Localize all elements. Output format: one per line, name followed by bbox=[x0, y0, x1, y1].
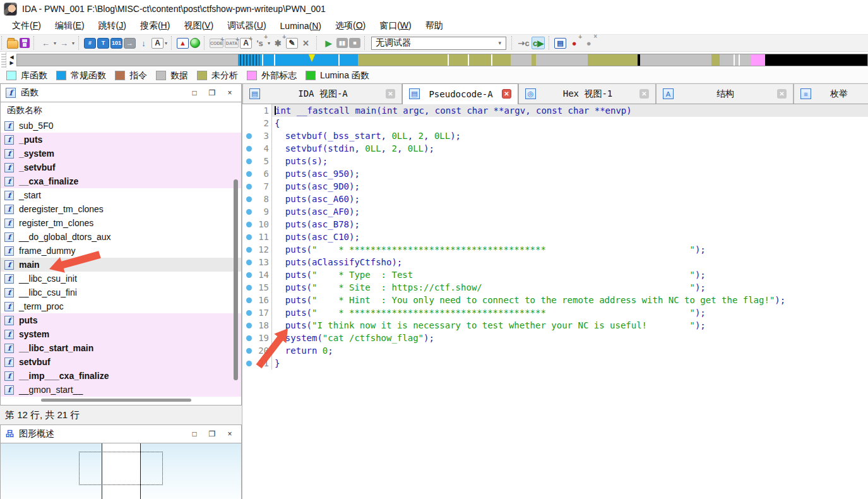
tab-close-icon[interactable]: ✕ bbox=[502, 89, 511, 99]
maximize-icon[interactable]: □ bbox=[188, 88, 201, 97]
function-row-frame_dummy[interactable]: fframe_dummy bbox=[1, 244, 241, 258]
function-row-main[interactable]: fmain bbox=[1, 258, 241, 272]
code-line-17[interactable]: 17 puts(" * ****************************… bbox=[242, 306, 868, 319]
function-row-setvbuf[interactable]: fsetvbuf bbox=[1, 355, 241, 369]
tab-close-icon[interactable]: ✕ bbox=[639, 89, 649, 99]
breakpoint-dot-icon[interactable] bbox=[242, 180, 255, 193]
code-line-8[interactable]: 8 puts(asc_A60); bbox=[242, 193, 868, 205]
code-line-19[interactable]: 19 system("cat /ctfshow_flag"); bbox=[242, 332, 868, 344]
attach-process-icon[interactable]: ⇢c bbox=[517, 37, 530, 49]
navigation-band[interactable] bbox=[16, 54, 868, 66]
function-row-_puts[interactable]: f_puts bbox=[1, 133, 241, 147]
function-row-puts[interactable]: fputs bbox=[1, 313, 241, 327]
make-code-icon[interactable]: CODE+ bbox=[210, 39, 223, 48]
graph-overview-canvas[interactable] bbox=[0, 443, 242, 499]
drag-handle[interactable] bbox=[1, 52, 6, 68]
menu-item-3[interactable]: 搜索(H) bbox=[133, 18, 177, 33]
breakpoint-dot-icon[interactable] bbox=[242, 155, 255, 167]
code-line-7[interactable]: 7 puts(asc_9D0); bbox=[242, 180, 868, 193]
code-line-14[interactable]: 14 puts(" * Type : Test "); bbox=[242, 268, 868, 281]
function-row-_term_proc[interactable]: f_term_proc bbox=[1, 299, 241, 313]
menu-item-8[interactable]: 窗口(W) bbox=[372, 18, 419, 33]
functions-column-header[interactable]: 函数名称 bbox=[1, 102, 241, 119]
breakpoint-dot-icon[interactable] bbox=[242, 129, 255, 142]
function-row-__do_global_dtors_aux[interactable]: f__do_global_dtors_aux bbox=[1, 230, 241, 244]
code-line-1[interactable]: 1int __fastcall main(int argc, const cha… bbox=[242, 104, 868, 117]
rename-icon[interactable]: A bbox=[152, 38, 163, 49]
make-string-icon[interactable]: A+ bbox=[240, 38, 252, 49]
nav-forward-icon[interactable]: → bbox=[57, 37, 71, 49]
code-line-2[interactable]: 2{ bbox=[242, 117, 868, 129]
make-array-icon[interactable]: ✱+ bbox=[271, 37, 285, 49]
function-row-__cxa_finalize[interactable]: f__cxa_finalize bbox=[1, 174, 241, 188]
function-row-deregister_tm_clones[interactable]: fderegister_tm_clones bbox=[1, 202, 241, 216]
open-file-icon[interactable] bbox=[7, 40, 18, 49]
code-line-12[interactable]: 12 puts(" * ****************************… bbox=[242, 243, 868, 256]
function-row-__libc_csu_fini[interactable]: f__libc_csu_fini bbox=[1, 286, 241, 299]
debug-start-icon[interactable]: ▶ bbox=[322, 37, 335, 49]
code-line-18[interactable]: 18 puts("I think now it is necessary to … bbox=[242, 319, 868, 332]
debugger-windows-icon[interactable]: ▤ bbox=[554, 38, 566, 49]
function-row-_setvbuf[interactable]: f_setvbuf bbox=[1, 160, 241, 174]
menu-item-5[interactable]: 调试器(U) bbox=[220, 18, 273, 33]
chevron-down-icon[interactable]: ▾ bbox=[268, 40, 270, 46]
menu-item-1[interactable]: 编辑(E) bbox=[48, 18, 92, 33]
breakpoint-dot-icon[interactable] bbox=[242, 167, 255, 180]
undefine-icon[interactable]: ✕ bbox=[299, 37, 312, 49]
chevron-down-icon[interactable]: ▾ bbox=[54, 40, 56, 46]
function-row-_system[interactable]: f_system bbox=[1, 147, 241, 160]
function-row-__libc_start_main[interactable]: f__libc_start_main bbox=[1, 341, 241, 355]
menu-item-0[interactable]: 文件(F) bbox=[5, 18, 48, 33]
breakpoint-delete-icon[interactable]: ●× bbox=[582, 37, 595, 49]
breakpoint-dot-icon[interactable] bbox=[242, 281, 255, 294]
float-icon[interactable]: ❐ bbox=[206, 88, 218, 97]
chevron-down-icon[interactable]: ▾ bbox=[72, 40, 74, 46]
breakpoint-dot-icon[interactable] bbox=[242, 319, 255, 332]
graph-viewport-rect[interactable] bbox=[79, 452, 163, 485]
function-row-__imp___cxa_finalize[interactable]: f__imp___cxa_finalize bbox=[1, 369, 241, 383]
chevron-down-icon[interactable]: ▾ bbox=[165, 40, 167, 46]
problems-icon[interactable]: ▲ bbox=[177, 38, 189, 49]
code-line-11[interactable]: 11 puts(asc_C10); bbox=[242, 231, 868, 243]
breakpoint-dot-icon[interactable] bbox=[242, 344, 255, 357]
debug-pause-icon[interactable]: ▮▮ bbox=[336, 38, 348, 48]
function-row-_start[interactable]: f_start bbox=[1, 188, 241, 202]
breakpoint-dot-icon[interactable] bbox=[242, 332, 255, 344]
close-icon[interactable]: × bbox=[223, 430, 236, 438]
breakpoint-dot-icon[interactable] bbox=[242, 142, 255, 155]
breakpoint-dot-icon[interactable] bbox=[242, 218, 255, 231]
breakpoint-add-icon[interactable]: ●+ bbox=[568, 37, 581, 49]
continue-process-icon[interactable]: c▶ bbox=[532, 37, 545, 49]
tab-枚举[interactable]: ≡枚举 bbox=[794, 83, 868, 104]
horizontal-scrollbar[interactable] bbox=[41, 399, 191, 402]
navband-left-arrow-icon[interactable]: ◀ bbox=[9, 56, 13, 59]
function-row-__libc_csu_init[interactable]: f__libc_csu_init bbox=[1, 272, 241, 286]
function-row-sub_5F0[interactable]: fsub_5F0 bbox=[1, 119, 241, 133]
nav-back-icon[interactable]: ← bbox=[39, 37, 52, 49]
navband-position-marker-icon[interactable] bbox=[309, 54, 315, 62]
debug-stop-icon[interactable]: ■ bbox=[349, 38, 360, 48]
code-line-6[interactable]: 6 puts(asc_950); bbox=[242, 167, 868, 180]
maximize-icon[interactable]: □ bbox=[188, 430, 201, 438]
code-line-3[interactable]: 3 setvbuf(_bss_start, 0LL, 2, 0LL); bbox=[242, 129, 868, 142]
edit-icon[interactable]: ✎ bbox=[286, 38, 298, 49]
code-line-4[interactable]: 4 setvbuf(stdin, 0LL, 2, 0LL); bbox=[242, 142, 868, 155]
code-line-21[interactable]: 21} bbox=[242, 357, 868, 370]
breakpoint-dot-icon[interactable] bbox=[242, 268, 255, 281]
breakpoint-dot-icon[interactable] bbox=[242, 294, 255, 306]
search-next-icon[interactable]: → bbox=[124, 38, 136, 49]
code-line-5[interactable]: 5 puts(s); bbox=[242, 155, 868, 167]
tab-结构[interactable]: A结构✕ bbox=[656, 83, 794, 104]
breakpoint-dot-icon[interactable] bbox=[242, 231, 255, 243]
search-text-icon[interactable]: T bbox=[97, 38, 109, 49]
save-icon[interactable] bbox=[20, 38, 30, 48]
function-row-register_tm_clones[interactable]: fregister_tm_clones bbox=[1, 216, 241, 230]
tab-close-icon[interactable]: ✕ bbox=[386, 89, 395, 99]
code-line-10[interactable]: 10 puts(asc_B78); bbox=[242, 218, 868, 231]
close-icon[interactable]: × bbox=[223, 88, 236, 97]
function-row-system[interactable]: fsystem bbox=[1, 327, 241, 341]
code-line-20[interactable]: 20 return 0; bbox=[242, 344, 868, 357]
tab-IDA 视图-A[interactable]: ▤IDA 视图-A✕ bbox=[242, 83, 402, 104]
menu-item-7[interactable]: 选项(O) bbox=[328, 18, 372, 33]
code-line-13[interactable]: 13 puts(aClassifyCtfsho); bbox=[242, 256, 868, 268]
